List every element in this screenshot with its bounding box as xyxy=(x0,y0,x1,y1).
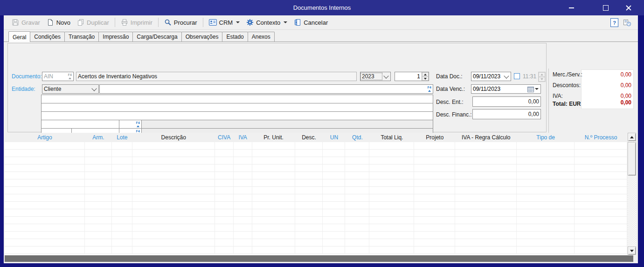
grid-row[interactable] xyxy=(5,150,627,157)
grid-cell[interactable] xyxy=(85,150,112,157)
grid-cell[interactable] xyxy=(112,179,132,186)
grid-cell[interactable] xyxy=(234,217,252,224)
vertical-scrollbar-thumb[interactable] xyxy=(628,142,636,176)
grid-row[interactable] xyxy=(5,142,627,150)
grid-cell[interactable] xyxy=(85,194,112,201)
grid-cell[interactable] xyxy=(575,150,627,157)
ano-combo[interactable]: 2023 xyxy=(360,72,391,81)
tab-estado[interactable]: Estado xyxy=(222,32,248,41)
grid-cell[interactable] xyxy=(234,194,252,201)
grid-cell[interactable] xyxy=(132,164,215,171)
grid-cell[interactable] xyxy=(414,239,455,246)
entidade-nome-input[interactable] xyxy=(100,86,426,92)
data-venc-field[interactable]: 09/11/2023 xyxy=(471,84,541,94)
data-doc-combo[interactable]: 09/11/2023 xyxy=(471,72,511,81)
grid-cell[interactable] xyxy=(5,187,85,194)
desc-financ-field[interactable] xyxy=(472,109,541,119)
morada-field-2[interactable] xyxy=(41,103,433,112)
grid-cell[interactable] xyxy=(455,150,517,157)
grid-row[interactable] xyxy=(5,209,627,217)
f4-lookup-icon[interactable]: F4 xyxy=(136,122,140,127)
grid-cell[interactable] xyxy=(414,246,455,253)
grid-cell[interactable] xyxy=(5,150,85,157)
grid-row[interactable] xyxy=(5,164,627,172)
grid-cell[interactable] xyxy=(575,179,627,186)
grid-cell[interactable] xyxy=(112,246,132,253)
morada-field-1[interactable] xyxy=(41,95,433,103)
novo-button[interactable]: Novo xyxy=(43,17,74,27)
column-header-artigo[interactable]: Artigo xyxy=(5,133,85,142)
grid-cell[interactable] xyxy=(345,187,369,194)
grid-cell[interactable] xyxy=(345,194,369,201)
grid-row[interactable] xyxy=(5,179,627,187)
grid-cell[interactable] xyxy=(5,232,85,239)
column-header-total-liq-[interactable]: Total Liq. xyxy=(369,133,414,142)
column-header-iva[interactable]: IVA xyxy=(234,133,252,142)
grid-cell[interactable] xyxy=(295,179,323,186)
grid-cell[interactable] xyxy=(85,179,112,186)
tab-transacao[interactable]: Transação xyxy=(64,32,99,41)
grid-cell[interactable] xyxy=(414,187,455,194)
grid-cell[interactable] xyxy=(295,157,323,164)
grid-cell[interactable] xyxy=(132,179,215,186)
grid-cell[interactable] xyxy=(112,217,132,224)
grid-cell[interactable] xyxy=(414,217,455,224)
grid-cell[interactable] xyxy=(215,142,234,149)
grid-cell[interactable] xyxy=(132,187,215,194)
grid-cell[interactable] xyxy=(112,209,132,216)
minimize-button[interactable] xyxy=(564,0,578,15)
spin-up-icon[interactable] xyxy=(539,72,545,77)
grid-cell[interactable] xyxy=(575,164,627,171)
grid-row[interactable] xyxy=(5,246,627,254)
f4-lookup-icon[interactable]: F4 xyxy=(428,86,431,92)
grid-cell[interactable] xyxy=(252,150,295,157)
grid-row[interactable] xyxy=(5,194,627,202)
grid-cell[interactable] xyxy=(215,164,234,171)
hora-spinner[interactable] xyxy=(538,72,546,82)
grid-row[interactable] xyxy=(5,224,627,232)
grid-cell[interactable] xyxy=(517,232,575,239)
grid-cell[interactable] xyxy=(455,142,517,149)
column-header-descri-o[interactable]: Descrição xyxy=(132,133,215,142)
help-icon[interactable]: ? xyxy=(610,18,618,27)
grid-cell[interactable] xyxy=(323,217,345,224)
grid-cell[interactable] xyxy=(85,239,112,246)
grid-cell[interactable] xyxy=(5,217,85,224)
grid-cell[interactable] xyxy=(455,172,517,179)
grid-cell[interactable] xyxy=(414,194,455,201)
grid-cell[interactable] xyxy=(234,150,252,157)
grid-cell[interactable] xyxy=(369,246,414,253)
tab-impressao[interactable]: Impressão xyxy=(98,32,133,41)
grid-cell[interactable] xyxy=(132,224,215,231)
grid-cell[interactable] xyxy=(252,224,295,231)
grid-cell[interactable] xyxy=(215,150,234,157)
grid-cell[interactable] xyxy=(517,194,575,201)
grid-cell[interactable] xyxy=(575,232,627,239)
grid-cell[interactable] xyxy=(5,164,85,171)
desc-ent-field[interactable] xyxy=(472,96,541,107)
grid-cell[interactable] xyxy=(369,224,414,231)
grid-cell[interactable] xyxy=(5,239,85,246)
grid-cell[interactable] xyxy=(323,142,345,149)
column-header-civa[interactable]: CIVA xyxy=(215,133,234,142)
grid-cell[interactable] xyxy=(455,232,517,239)
grid-cell[interactable] xyxy=(295,246,323,253)
grid-row[interactable] xyxy=(5,187,627,194)
gravar-button[interactable]: Gravar xyxy=(8,17,43,27)
tab-condicoes[interactable]: Condições xyxy=(30,32,65,41)
grid-cell[interactable] xyxy=(295,217,323,224)
grid-cell[interactable] xyxy=(295,224,323,231)
grid-cell[interactable] xyxy=(252,239,295,246)
grid-cell[interactable] xyxy=(345,209,369,216)
dropdown-arrow-icon[interactable] xyxy=(535,88,539,90)
horizontal-scrollbar[interactable] xyxy=(4,255,638,262)
grid-cell[interactable] xyxy=(369,194,414,201)
grid-cell[interactable] xyxy=(85,246,112,253)
grid-cell[interactable] xyxy=(252,157,295,164)
spin-down-icon[interactable] xyxy=(539,77,545,82)
localidade-field[interactable] xyxy=(41,120,119,129)
column-header-n-processo[interactable]: N.º Processo xyxy=(575,133,627,142)
grid-cell[interactable] xyxy=(517,224,575,231)
grid-cell[interactable] xyxy=(132,239,215,246)
grid-cell[interactable] xyxy=(215,187,234,194)
